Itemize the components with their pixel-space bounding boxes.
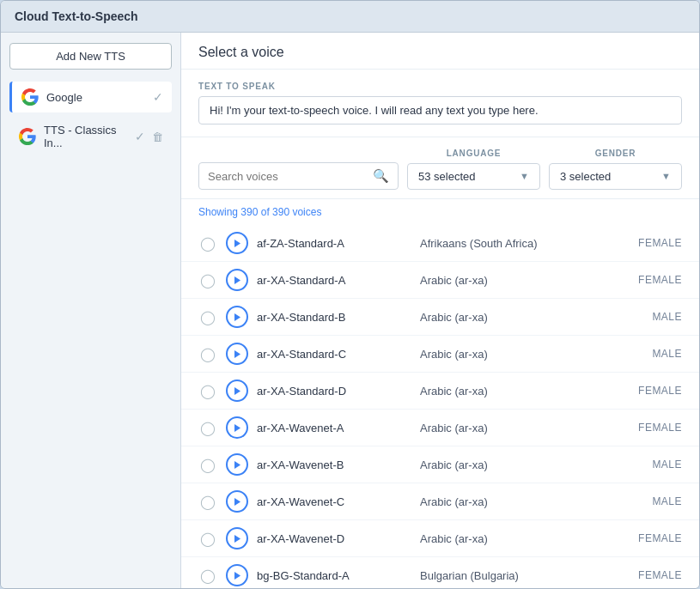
language-selected-value: 53 selected xyxy=(418,170,476,183)
table-row[interactable]: ◯ ar-XA-Wavenet-A Arabic (ar-xa) FEMALE xyxy=(181,410,699,446)
language-dropdown[interactable]: 53 selected ▼ xyxy=(407,163,540,190)
search-voices-input[interactable] xyxy=(208,170,373,183)
voice-language: Arabic (ar-xa) xyxy=(420,311,613,324)
play-icon xyxy=(233,276,241,285)
sidebar-item-tts-check-icon: ✓ xyxy=(135,130,145,143)
table-row[interactable]: ◯ ar-XA-Standard-D Arabic (ar-xa) FEMALE xyxy=(181,373,699,410)
app-title: Cloud Text-to-Speech xyxy=(15,9,138,23)
play-icon xyxy=(233,571,241,580)
gender-dropdown[interactable]: 3 selected ▼ xyxy=(549,163,682,190)
voice-check-icon[interactable]: ◯ xyxy=(198,383,217,399)
svg-marker-6 xyxy=(234,461,240,469)
sidebar-item-tts-trash-icon[interactable]: 🗑 xyxy=(152,131,163,143)
play-icon xyxy=(233,497,241,507)
svg-marker-7 xyxy=(234,498,240,506)
voice-name: ar-XA-Wavenet-B xyxy=(257,458,411,471)
voice-name: ar-XA-Standard-B xyxy=(257,311,411,324)
voice-play-button[interactable] xyxy=(226,232,248,254)
filters-section: LANGUAGE GENDER 🔍 53 selected xyxy=(181,137,699,199)
voice-play-button[interactable] xyxy=(226,527,248,550)
play-icon xyxy=(233,534,241,543)
voice-gender: FEMALE xyxy=(622,385,682,397)
text-to-speak-input[interactable] xyxy=(198,96,682,124)
play-icon xyxy=(233,423,241,433)
sidebar-item-google-label: Google xyxy=(46,91,146,104)
title-bar: Cloud Text-to-Speech xyxy=(1,1,699,33)
voice-language: Arabic (ar-xa) xyxy=(420,274,613,287)
table-row[interactable]: ◯ ar-XA-Wavenet-B Arabic (ar-xa) MALE xyxy=(181,446,699,483)
voice-check-icon[interactable]: ◯ xyxy=(198,531,217,547)
gender-chevron-icon: ▼ xyxy=(661,171,671,181)
voice-name: ar-XA-Standard-D xyxy=(257,385,411,398)
svg-marker-8 xyxy=(234,535,240,543)
voice-name: af-ZA-Standard-A xyxy=(257,237,411,250)
language-chevron-icon: ▼ xyxy=(520,171,529,181)
voice-play-button[interactable] xyxy=(226,416,248,439)
voice-language: Arabic (ar-xa) xyxy=(420,495,613,508)
voice-language: Bulgarian (Bulgaria) xyxy=(420,569,613,582)
voice-play-button[interactable] xyxy=(226,490,248,513)
play-icon xyxy=(233,239,241,248)
voice-name: ar-XA-Wavenet-C xyxy=(257,495,411,508)
table-row[interactable]: ◯ bg-BG-Standard-A Bulgarian (Bulgaria) … xyxy=(181,557,699,588)
voice-play-button[interactable] xyxy=(226,306,248,328)
sidebar-item-tts-classics[interactable]: TTS - Classics In... ✓ 🗑 xyxy=(9,118,172,155)
voice-check-icon[interactable]: ◯ xyxy=(198,272,217,288)
voice-check-icon[interactable]: ◯ xyxy=(198,235,217,252)
svg-marker-5 xyxy=(234,424,240,432)
voice-play-button[interactable] xyxy=(226,564,248,586)
search-container[interactable]: 🔍 xyxy=(198,162,399,190)
play-icon xyxy=(233,313,241,322)
content-title: Select a voice xyxy=(198,45,284,59)
voice-check-icon[interactable]: ◯ xyxy=(198,494,217,510)
tts-classics-icon xyxy=(18,127,37,146)
voice-gender: MALE xyxy=(622,348,682,360)
voice-check-icon[interactable]: ◯ xyxy=(198,309,217,325)
voice-gender: MALE xyxy=(622,495,682,507)
add-new-tts-button[interactable]: Add New TTS xyxy=(9,43,172,70)
voice-language: Arabic (ar-xa) xyxy=(420,458,613,471)
showing-count-text: Showing 390 of 390 voices xyxy=(198,206,321,218)
voice-language: Afrikaans (South Africa) xyxy=(420,237,613,250)
play-icon xyxy=(233,460,241,470)
table-row[interactable]: ◯ ar-XA-Standard-C Arabic (ar-xa) MALE xyxy=(181,336,699,373)
voice-language: Arabic (ar-xa) xyxy=(420,348,613,361)
search-icon: 🔍 xyxy=(373,168,389,184)
voice-play-button[interactable] xyxy=(226,453,248,476)
voice-gender: FEMALE xyxy=(622,237,682,249)
voice-check-icon[interactable]: ◯ xyxy=(198,457,217,473)
voice-table[interactable]: ◯ af-ZA-Standard-A Afrikaans (South Afri… xyxy=(181,225,699,588)
voice-play-button[interactable] xyxy=(226,343,248,365)
voice-check-icon[interactable]: ◯ xyxy=(198,346,217,362)
svg-marker-3 xyxy=(234,350,240,358)
svg-marker-1 xyxy=(234,276,240,284)
table-row[interactable]: ◯ ar-XA-Standard-A Arabic (ar-xa) FEMALE xyxy=(181,262,699,299)
google-icon xyxy=(21,88,40,106)
sidebar: Add New TTS Google ✓ xyxy=(1,33,181,588)
voice-gender: FEMALE xyxy=(622,422,682,434)
language-filter-label: LANGUAGE xyxy=(447,149,502,158)
main-layout: Add New TTS Google ✓ xyxy=(1,33,699,588)
gender-filter-label: GENDER xyxy=(595,149,636,158)
sidebar-item-tts-classics-label: TTS - Classics In... xyxy=(44,124,128,149)
app-window: Cloud Text-to-Speech Add New TTS Google … xyxy=(0,0,700,589)
table-row[interactable]: ◯ af-ZA-Standard-A Afrikaans (South Afri… xyxy=(181,225,699,262)
text-to-speak-label: TEXT TO SPEAK xyxy=(198,82,682,91)
voice-language: Arabic (ar-xa) xyxy=(420,532,613,545)
voice-gender: FEMALE xyxy=(622,532,682,544)
voice-check-icon[interactable]: ◯ xyxy=(198,420,217,436)
content-header: Select a voice xyxy=(181,33,699,70)
sidebar-item-google[interactable]: Google ✓ xyxy=(9,82,172,112)
play-icon xyxy=(233,386,241,396)
voice-play-button[interactable] xyxy=(226,269,248,291)
table-row[interactable]: ◯ ar-XA-Standard-B Arabic (ar-xa) MALE xyxy=(181,299,699,336)
svg-marker-9 xyxy=(234,572,240,580)
voice-list-count: Showing 390 of 390 voices xyxy=(181,199,699,225)
table-row[interactable]: ◯ ar-XA-Wavenet-C Arabic (ar-xa) MALE xyxy=(181,483,699,520)
filters-controls-row: 🔍 53 selected ▼ 3 selected ▼ xyxy=(198,162,682,190)
voice-play-button[interactable] xyxy=(226,380,248,402)
voice-check-icon[interactable]: ◯ xyxy=(198,568,217,584)
voice-gender: MALE xyxy=(622,458,682,471)
table-row[interactable]: ◯ ar-XA-Wavenet-D Arabic (ar-xa) FEMALE xyxy=(181,520,699,557)
voice-name: ar-XA-Wavenet-D xyxy=(257,532,411,545)
